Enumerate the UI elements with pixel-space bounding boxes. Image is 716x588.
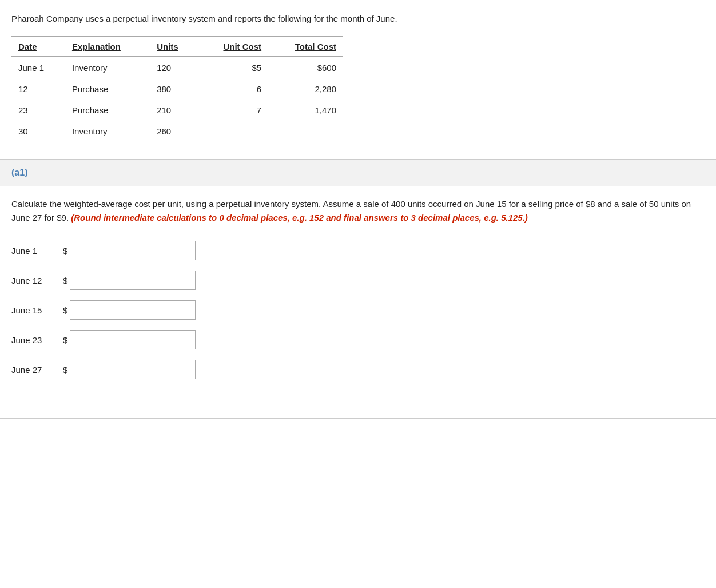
cell-explanation: Purchase: [65, 100, 150, 121]
cell-units: 210: [150, 100, 198, 121]
input-row-label: June 27: [11, 365, 63, 375]
cell-unit-cost: 6: [198, 78, 268, 100]
section-a1-label: (a1): [11, 168, 27, 177]
cell-explanation: Inventory: [65, 57, 150, 78]
instructions-red: (Round intermediate calculations to 0 de…: [71, 213, 528, 223]
cost-input-field[interactable]: [70, 300, 196, 320]
section-a1-header: (a1): [0, 160, 716, 186]
cell-unit-cost: 7: [198, 100, 268, 121]
dollar-sign: $: [63, 305, 67, 315]
col-header-total-cost: Total Cost: [268, 37, 343, 57]
section-divider-2: [0, 418, 716, 419]
cell-units: 380: [150, 78, 198, 100]
cell-date: 23: [11, 100, 65, 121]
cost-input-field[interactable]: [70, 330, 196, 349]
cell-unit-cost: $5: [198, 57, 268, 78]
cell-total-cost: $600: [268, 57, 343, 78]
cell-date: June 1: [11, 57, 65, 78]
table-row: June 1 Inventory 120 $5 $600: [11, 57, 343, 78]
dollar-sign: $: [63, 246, 67, 256]
input-row-label: June 1: [11, 246, 63, 256]
table-row: 12 Purchase 380 6 2,280: [11, 78, 343, 100]
input-row-label: June 12: [11, 276, 63, 285]
cell-explanation: Inventory: [65, 121, 150, 142]
cost-input-field[interactable]: [70, 241, 196, 260]
cost-input-row: June 1 $: [11, 241, 705, 260]
cost-input-row: June 12 $: [11, 271, 705, 290]
cost-input-row: June 15 $: [11, 300, 705, 320]
dollar-sign: $: [63, 365, 67, 375]
input-row-label: June 15: [11, 305, 63, 315]
cost-input-row: June 23 $: [11, 330, 705, 349]
cell-date: 12: [11, 78, 65, 100]
table-row: 23 Purchase 210 7 1,470: [11, 100, 343, 121]
cost-input-field[interactable]: [70, 360, 196, 379]
cost-input-row: June 27 $: [11, 360, 705, 379]
cell-unit-cost: [198, 121, 268, 142]
cell-explanation: Purchase: [65, 78, 150, 100]
cell-total-cost: [268, 121, 343, 142]
cell-total-cost: 2,280: [268, 78, 343, 100]
cell-units: 260: [150, 121, 198, 142]
intro-text: Pharoah Company uses a perpetual invento…: [11, 14, 705, 23]
inventory-table: Date Explanation Units Unit Cost Total C…: [11, 36, 343, 142]
dollar-sign: $: [63, 276, 67, 285]
instructions-text: Calculate the weighted-average cost per …: [11, 197, 705, 225]
col-header-unit-cost: Unit Cost: [198, 37, 268, 57]
table-row: 30 Inventory 260: [11, 121, 343, 142]
input-row-label: June 23: [11, 335, 63, 345]
cell-units: 120: [150, 57, 198, 78]
col-header-explanation: Explanation: [65, 37, 150, 57]
dollar-sign: $: [63, 335, 67, 345]
cost-input-field[interactable]: [70, 271, 196, 290]
col-header-date: Date: [11, 37, 65, 57]
cell-date: 30: [11, 121, 65, 142]
col-header-units: Units: [150, 37, 198, 57]
cell-total-cost: 1,470: [268, 100, 343, 121]
